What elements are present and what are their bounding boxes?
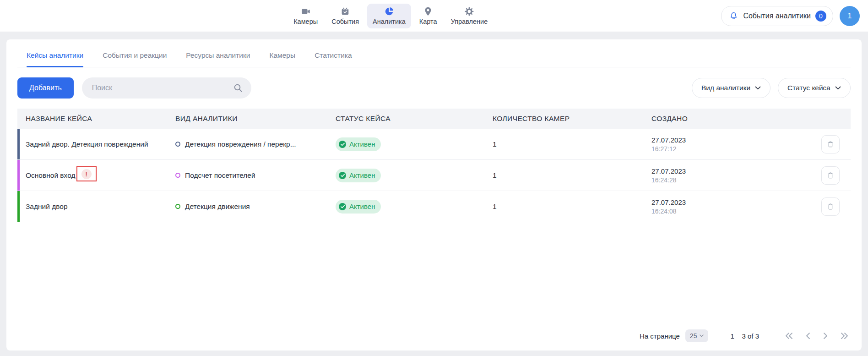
per-page-label: На странице xyxy=(640,332,680,340)
cases-table: НАЗВАНИЕ КЕЙСА ВИД АНАЛИТИКИ СТАТУС КЕЙС… xyxy=(17,109,851,222)
delete-case-button[interactable] xyxy=(821,197,840,216)
analytics-events-button[interactable]: События аналитики 0 xyxy=(721,6,833,26)
prev-page-icon[interactable] xyxy=(805,332,811,340)
nav-label: Управление xyxy=(451,18,488,25)
events-button-label: События аналитики xyxy=(743,12,811,20)
tab-bar: Кейсы аналитики События и реакции Ресурс… xyxy=(17,39,851,67)
camera-count: 1 xyxy=(493,203,651,211)
events-calendar-icon xyxy=(340,6,350,16)
chevron-down-icon xyxy=(700,334,704,337)
pagination-controls xyxy=(785,332,849,340)
case-status-filter[interactable]: Статус кейса xyxy=(778,78,851,98)
nav-item-analytics[interactable]: Аналитика xyxy=(367,4,411,28)
row-accent-bar xyxy=(17,129,20,159)
search-input[interactable] xyxy=(82,77,251,99)
tab-events-reactions[interactable]: События и реакции xyxy=(103,39,167,67)
check-icon xyxy=(339,141,346,148)
analytics-type-dot xyxy=(175,142,180,147)
table-row[interactable]: Основной вход ! Подсчет посетителей Акти… xyxy=(17,160,851,191)
created-cell: 27.07.2023 16:24:28 xyxy=(651,167,821,184)
first-page-icon[interactable] xyxy=(785,332,793,340)
analytics-type-cell: Подсчет посетителей xyxy=(175,171,336,180)
table-footer: На странице 25 1 – 3 of 3 xyxy=(17,321,851,351)
status-badge: Активен xyxy=(336,137,381,151)
table-header-row: НАЗВАНИЕ КЕЙСА ВИД АНАЛИТИКИ СТАТУС КЕЙС… xyxy=(17,109,851,129)
tab-cameras[interactable]: Камеры xyxy=(269,39,295,67)
tab-analytics-resources[interactable]: Ресурсы аналитики xyxy=(186,39,250,67)
delete-case-button[interactable] xyxy=(821,135,840,153)
column-header-type: ВИД АНАЛИТИКИ xyxy=(175,115,336,123)
search-icon[interactable] xyxy=(233,83,243,95)
tab-analytics-cases[interactable]: Кейсы аналитики xyxy=(27,39,83,67)
nav-item-map[interactable]: Карта xyxy=(414,4,443,28)
created-cell: 27.07.2023 16:24:08 xyxy=(651,198,821,215)
last-page-icon[interactable] xyxy=(840,332,849,340)
nav-item-events[interactable]: События xyxy=(326,4,364,28)
column-header-created: СОЗДАНО xyxy=(651,115,821,123)
nav-label: Карта xyxy=(419,18,437,25)
per-page-select[interactable]: 25 xyxy=(685,329,709,342)
status-badge: Активен xyxy=(336,200,381,214)
case-name: Задний двор. Детекция повреждений xyxy=(17,140,175,148)
avatar[interactable]: 1 xyxy=(840,6,860,26)
column-header-name: НАЗВАНИЕ КЕЙСА xyxy=(17,115,175,123)
bell-icon xyxy=(729,11,738,21)
table-row[interactable]: Задний двор Детекция движения Активен 1 … xyxy=(17,191,851,222)
case-name: Основной вход ! xyxy=(17,168,175,183)
nav-item-cameras[interactable]: Камеры xyxy=(288,4,323,28)
topbar-right: События аналитики 0 1 xyxy=(721,6,868,26)
column-header-cameras: КОЛИЧЕСТВО КАМЕР xyxy=(493,115,651,123)
toolbar: Добавить Вид аналитики Статус кейса xyxy=(17,77,851,99)
analytics-type-cell: Детекция движения xyxy=(175,203,336,211)
trash-icon xyxy=(826,203,835,211)
main-nav: Камеры События Аналитика xyxy=(288,4,493,28)
analytics-type-dot xyxy=(175,173,180,178)
created-cell: 27.07.2023 16:27:12 xyxy=(651,136,821,153)
camera-count: 1 xyxy=(493,171,651,180)
trash-icon xyxy=(826,171,835,180)
check-icon xyxy=(339,203,346,210)
analytics-type-cell: Детекция повреждения / перекр... xyxy=(175,140,336,148)
status-badge: Активен xyxy=(336,169,381,182)
top-bar: Камеры События Аналитика xyxy=(0,0,868,32)
nav-label: События xyxy=(331,18,359,25)
alert-icon: ! xyxy=(81,169,92,179)
map-pin-icon xyxy=(423,6,433,16)
trash-icon xyxy=(826,140,835,148)
search-field xyxy=(82,77,251,99)
alert-annotation-box: ! xyxy=(76,166,97,181)
case-name: Задний двор xyxy=(17,203,175,211)
camera-icon xyxy=(301,6,311,16)
analytics-pie-icon xyxy=(384,6,394,16)
row-accent-bar xyxy=(17,191,20,222)
gear-icon xyxy=(464,6,474,16)
camera-count: 1 xyxy=(493,140,651,148)
delete-case-button[interactable] xyxy=(821,166,840,185)
chevron-down-icon xyxy=(835,86,841,90)
table-row[interactable]: Задний двор. Детекция повреждений Детекц… xyxy=(17,129,851,160)
events-count-badge: 0 xyxy=(815,11,826,22)
analytics-type-filter[interactable]: Вид аналитики xyxy=(692,78,770,98)
nav-item-management[interactable]: Управление xyxy=(445,4,494,28)
row-accent-bar xyxy=(17,160,20,191)
add-button[interactable]: Добавить xyxy=(17,77,74,99)
pagination-range: 1 – 3 of 3 xyxy=(730,332,759,340)
analytics-cases-panel: Кейсы аналитики События и реакции Ресурс… xyxy=(6,39,862,351)
column-header-status: СТАТУС КЕЙСА xyxy=(336,115,493,123)
tab-statistics[interactable]: Статистика xyxy=(315,39,352,67)
nav-label: Камеры xyxy=(293,18,318,25)
filter-group: Вид аналитики Статус кейса xyxy=(692,78,851,98)
next-page-icon[interactable] xyxy=(823,332,828,340)
chevron-down-icon xyxy=(755,86,761,90)
analytics-type-dot xyxy=(175,204,180,209)
check-icon xyxy=(339,172,346,179)
nav-label: Аналитика xyxy=(373,18,406,25)
